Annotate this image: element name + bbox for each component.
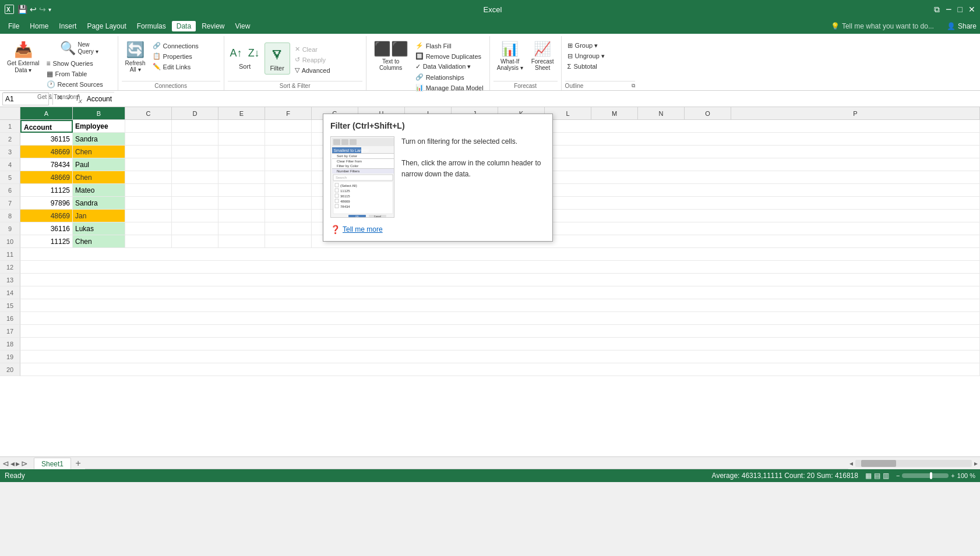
cell-A1[interactable]: Account [20, 120, 73, 133]
sheet-tab-sheet1[interactable]: Sheet1 [34, 458, 71, 469]
scroll-right-icon[interactable]: ▸ [974, 459, 978, 468]
reapply-button[interactable]: ↺ Reapply [292, 55, 362, 65]
page-break-view-icon[interactable]: ▥ [883, 472, 889, 480]
cell-C6[interactable] [125, 184, 172, 197]
connections-button[interactable]: 🔗 Connections [150, 41, 220, 51]
cell-C2[interactable] [125, 133, 172, 146]
cell-B1[interactable]: Employee [73, 120, 125, 133]
cell-B4[interactable]: Paul [73, 158, 125, 171]
cell-F6[interactable] [265, 184, 312, 197]
cell-E10[interactable] [218, 235, 265, 248]
cell-B7[interactable]: Sandra [73, 197, 125, 210]
cell-A3[interactable]: 48669 [20, 146, 73, 158]
cell-C4[interactable] [125, 158, 172, 171]
cell-A9[interactable]: 36116 [20, 222, 73, 235]
cell-D5[interactable] [172, 171, 218, 184]
cell-C1[interactable] [125, 120, 172, 133]
cell-B8[interactable]: Jan [73, 210, 125, 222]
restore-button[interactable]: □ [958, 5, 963, 14]
cell-B6[interactable]: Mateo [73, 184, 125, 197]
cell-A10[interactable]: 11125 [20, 235, 73, 248]
col-header-M[interactable]: M [591, 107, 638, 119]
cell-reference-box[interactable]: A1 [2, 93, 49, 105]
cell-B5[interactable]: Chen [73, 171, 125, 184]
nav-next-icon[interactable]: ▸ [16, 459, 20, 468]
menu-home[interactable]: Home [25, 21, 53, 31]
col-header-E[interactable]: E [218, 107, 265, 119]
cell-F7[interactable] [265, 197, 312, 210]
add-sheet-button[interactable]: + [72, 458, 84, 469]
minimize-button[interactable]: − [946, 4, 952, 15]
cell-F3[interactable] [265, 146, 312, 158]
properties-button[interactable]: 📋 Properties [150, 51, 220, 61]
window-restore-icon[interactable]: ⧉ [934, 5, 940, 15]
menu-file[interactable]: File [3, 21, 24, 31]
cell-E7[interactable] [218, 197, 265, 210]
cell-C9[interactable] [125, 222, 172, 235]
nav-prev-icon[interactable]: ◂ [10, 459, 15, 468]
sheet-nav[interactable]: ⊲ ◂ ▸ ⊳ [2, 459, 28, 468]
col-header-D[interactable]: D [172, 107, 218, 119]
cell-D3[interactable] [172, 146, 218, 158]
scroll-left-icon[interactable]: ◂ [849, 459, 853, 468]
scrollbar-thumb[interactable] [861, 460, 896, 467]
what-if-analysis-button[interactable]: 📊 What-IfAnalysis ▾ [493, 38, 527, 73]
menu-review[interactable]: Review [197, 21, 229, 31]
cell-E2[interactable] [218, 133, 265, 146]
cell-D6[interactable] [172, 184, 218, 197]
close-button[interactable]: ✕ [968, 5, 975, 14]
cell-B2[interactable]: Sandra [73, 133, 125, 146]
tell-me-input[interactable]: Tell me what you want to do... [842, 22, 934, 30]
cell-E5[interactable] [218, 171, 265, 184]
tell-me-more-label[interactable]: Tell me more [343, 225, 383, 233]
cell-D7[interactable] [172, 197, 218, 210]
insert-function-icon[interactable]: fx [76, 93, 82, 104]
col-header-N[interactable]: N [638, 107, 685, 119]
nav-first-icon[interactable]: ⊲ [2, 459, 9, 468]
cell-E8[interactable] [218, 210, 265, 222]
normal-view-icon[interactable]: ▦ [865, 472, 872, 480]
cell-A5[interactable]: 48669 [20, 171, 73, 184]
forecast-sheet-button[interactable]: 📈 ForecastSheet [528, 38, 558, 73]
cell-D8[interactable] [172, 210, 218, 222]
cell-F1[interactable] [265, 120, 312, 133]
cell-C3[interactable] [125, 146, 172, 158]
relationships-button[interactable]: 🔗 Relationships [413, 72, 486, 82]
cell-D9[interactable] [172, 222, 218, 235]
zoom-in-icon[interactable]: + [951, 472, 954, 479]
refresh-all-button[interactable]: 🔄 RefreshAll ▾ [122, 38, 149, 75]
cell-A8[interactable]: 48669 [20, 210, 73, 222]
cell-D10[interactable] [172, 235, 218, 248]
cell-F2[interactable] [265, 133, 312, 146]
confirm-formula-icon[interactable]: ✓ [66, 93, 73, 104]
az-sort-button[interactable]: A↑ [228, 46, 245, 61]
quick-access-toolbar[interactable]: 💾 ↩ ↪ ▾ [17, 5, 51, 14]
cell-A2[interactable]: 36115 [20, 133, 73, 146]
clear-button[interactable]: ✕ Clear [292, 44, 362, 54]
col-header-A[interactable]: A [20, 107, 73, 119]
cell-F9[interactable] [265, 222, 312, 235]
menu-view[interactable]: View [231, 21, 255, 31]
col-header-P[interactable]: P [731, 107, 980, 119]
cancel-formula-icon[interactable]: ✕ [57, 93, 63, 104]
from-table-button[interactable]: ▦ From Table [44, 69, 114, 79]
menu-formulas[interactable]: Formulas [132, 21, 171, 31]
za-sort-button[interactable]: Z↓ [246, 46, 262, 61]
ungroup-button[interactable]: ⊟ Ungroup ▾ [565, 51, 635, 61]
advanced-button[interactable]: ▽ Advanced [292, 65, 362, 75]
sort-button[interactable]: Sort [232, 62, 258, 71]
share-label[interactable]: Share [958, 22, 977, 30]
edit-links-button[interactable]: ✏️ Edit Links [150, 62, 220, 72]
cell-C10[interactable] [125, 235, 172, 248]
cell-B10[interactable]: Chen [73, 235, 125, 248]
cell-E3[interactable] [218, 146, 265, 158]
cell-E9[interactable] [218, 222, 265, 235]
group-button[interactable]: ⊞ Group ▾ [565, 41, 635, 51]
cell-F8[interactable] [265, 210, 312, 222]
zoom-slider-thumb[interactable] [930, 472, 932, 479]
tell-me-more-link[interactable]: ❓ Tell me more [330, 225, 545, 234]
recent-sources-button[interactable]: 🕐 Recent Sources [44, 79, 114, 90]
page-layout-view-icon[interactable]: ▤ [874, 472, 880, 480]
formula-input[interactable] [84, 93, 978, 105]
cell-C7[interactable] [125, 197, 172, 210]
